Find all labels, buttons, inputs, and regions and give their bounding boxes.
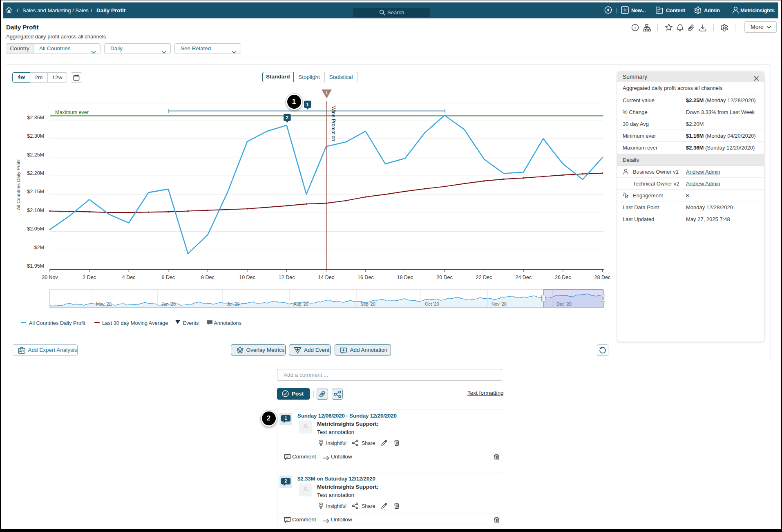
svg-text:1: 1: [284, 416, 287, 420]
svg-text:2: 2: [284, 478, 287, 483]
